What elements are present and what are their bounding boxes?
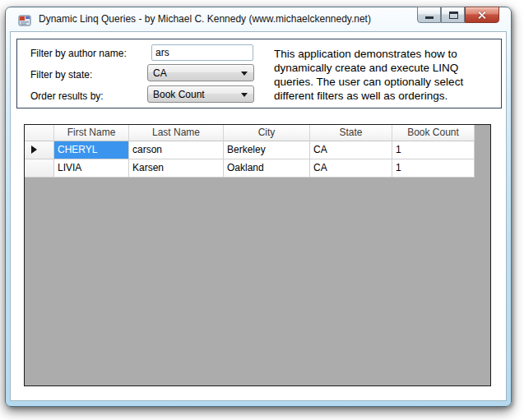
cell-state[interactable]: CA [310,159,392,178]
cell-last-name[interactable]: Karsen [129,159,224,178]
maximize-button[interactable] [441,7,465,23]
close-button[interactable] [465,7,499,23]
cell-state[interactable]: CA [310,141,392,159]
cell-first-name[interactable]: CHERYL [54,141,129,159]
column-header-first-name[interactable]: First Name [54,125,129,141]
state-filter-label: Filter by state: [30,69,92,81]
cell-last-name[interactable]: carson [129,141,224,159]
grid-header-row: First Name Last Name City State Book Cou… [25,125,490,141]
order-by-value: Book Count [153,89,205,100]
cell-city[interactable]: Oakland [224,159,310,178]
chevron-down-icon [241,93,248,97]
minimize-button[interactable] [417,7,441,23]
app-window: Dynamic Linq Queries - by Michael C. Ken… [5,7,512,407]
order-by-label: Order results by: [30,90,104,102]
results-data-grid: First Name Last Name City State Book Cou… [24,124,491,386]
row-header[interactable] [25,141,54,159]
table-row: LIVIA Karsen Oakland CA 1 [25,159,490,178]
row-header[interactable] [25,159,54,178]
cell-first-name[interactable]: LIVIA [54,159,129,178]
column-header-book-count[interactable]: Book Count [392,125,475,141]
column-header-last-name[interactable]: Last Name [129,125,224,141]
close-icon [476,9,488,21]
cell-city[interactable]: Berkeley [224,141,310,159]
chevron-down-icon [241,72,248,76]
author-filter-input[interactable] [151,44,253,61]
cell-book-count[interactable]: 1 [392,159,475,178]
filter-panel: Filter by author name: Filter by state: … [16,39,502,108]
column-header-city[interactable]: City [224,125,310,141]
column-header-state[interactable]: State [310,125,392,141]
cell-book-count[interactable]: 1 [392,141,475,159]
table-row: CHERYL carson Berkeley CA 1 [25,141,490,159]
window-title: Dynamic Linq Queries - by Michael C. Ken… [39,13,371,25]
state-filter-value: CA [153,67,167,79]
form-client-area: Filter by author name: Filter by state: … [10,31,507,401]
window-controls [417,7,499,23]
current-row-arrow-icon [31,145,37,154]
maximize-icon [449,12,458,19]
state-filter-dropdown[interactable]: CA [147,64,254,81]
author-filter-label: Filter by author name: [30,48,127,59]
order-by-dropdown[interactable]: Book Count [147,85,254,103]
title-bar[interactable]: Dynamic Linq Queries - by Michael C. Ken… [6,7,511,31]
app-description-text: This application demonstrates how to dyn… [274,47,499,103]
grid-corner-cell[interactable] [25,125,54,141]
application-icon[interactable] [18,14,31,27]
minimize-icon [425,16,434,19]
